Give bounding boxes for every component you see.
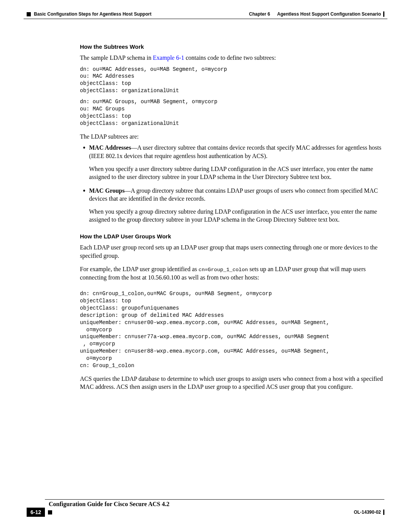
- bullet-desc: —A group directory subtree that contains…: [89, 187, 378, 202]
- header-rule: [24, 19, 387, 19]
- footer-doc-id: OL-14390-02: [354, 510, 381, 515]
- bullet-term: MAC Groups: [89, 187, 125, 194]
- bullet-content: MAC Groups—A group directory subtree tha…: [89, 187, 384, 224]
- section-heading-groups: How the LDAP User Groups Work: [80, 233, 384, 240]
- code-block-3: dn: cn=Group_1_colon,ou=MAC Groups, ou=M…: [80, 290, 384, 369]
- header-chapter-title: Agentless Host Support Configuration Sce…: [277, 11, 381, 17]
- code-block-1: dn: ou=MAC Addresses, ou=MAB Segment, o=…: [80, 66, 384, 95]
- page-container: Basic Configuration Steps for Agentless …: [0, 0, 411, 532]
- bullet-list: • MAC Addresses—A user directory subtree…: [80, 144, 384, 224]
- footer-bar-icon: [383, 510, 384, 515]
- list-item: • MAC Addresses—A user directory subtree…: [80, 144, 384, 181]
- header-section-title: Basic Configuration Steps for Agentless …: [34, 11, 151, 17]
- intro-prefix: The sample LDAP schema in: [80, 54, 153, 61]
- bullet-para2: When you specify a group directory subtr…: [89, 208, 384, 224]
- section-heading-subtrees: How the Subtrees Work: [80, 43, 384, 50]
- page-number: 6-12: [27, 508, 45, 517]
- content-area: How the Subtrees Work The sample LDAP sc…: [80, 43, 384, 391]
- bullet-desc: —A user directory subtree that contains …: [89, 144, 381, 159]
- footer-rule: [45, 499, 384, 500]
- intro-suffix: contains code to define two subtrees:: [184, 54, 276, 61]
- para2-inline-code: cn=Group_1_colon: [199, 267, 248, 273]
- footer-right: OL-14390-02: [354, 510, 384, 515]
- header-left: Basic Configuration Steps for Agentless …: [27, 11, 151, 17]
- groups-para2: For example, the LDAP user group identif…: [80, 265, 384, 282]
- bullet-para2: When you specify a user directory subtre…: [89, 165, 384, 181]
- para2-prefix: For example, the LDAP user group identif…: [80, 266, 199, 272]
- footer-square-icon: [48, 510, 52, 514]
- header-bar-icon: [383, 11, 384, 17]
- code-block-2: dn: ou=MAC Groups, ou=MAB Segment, o=myc…: [80, 98, 384, 127]
- list-item: • MAC Groups—A group directory subtree t…: [80, 187, 384, 224]
- header-square-icon: [27, 12, 31, 16]
- bullet-term: MAC Addresses: [89, 144, 131, 151]
- groups-para1: Each LDAP user group record sets up an L…: [80, 243, 384, 260]
- bullet-content: MAC Addresses—A user directory subtree t…: [89, 144, 384, 181]
- footer-doc-title: Configuration Guide for Cisco Secure ACS…: [49, 501, 384, 508]
- example-link[interactable]: Example 6-1: [153, 54, 184, 61]
- footer-left: 6-12: [27, 508, 52, 517]
- page-footer: Configuration Guide for Cisco Secure ACS…: [27, 499, 384, 517]
- bullet-icon: •: [80, 144, 89, 181]
- header-right: Chapter 6 Agentless Host Support Configu…: [249, 11, 384, 17]
- header-chapter-label: Chapter 6: [249, 11, 270, 17]
- intro-paragraph: The sample LDAP schema in Example 6-1 co…: [80, 54, 384, 62]
- subtrees-intro: The LDAP subtrees are:: [80, 133, 384, 141]
- footer-row: 6-12 OL-14390-02: [27, 508, 384, 517]
- groups-para3: ACS queries the LDAP database to determi…: [80, 375, 384, 391]
- page-header: Basic Configuration Steps for Agentless …: [27, 11, 384, 17]
- bullet-icon: •: [80, 187, 89, 224]
